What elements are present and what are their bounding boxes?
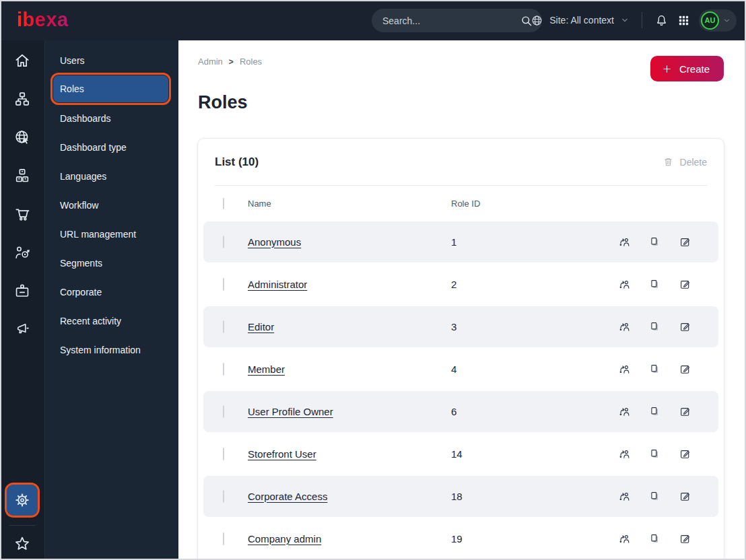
copy-icon[interactable] [648,363,661,376]
role-name-link[interactable]: Company admin [248,533,321,545]
menu-item-dashboard-type[interactable]: Dashboard type [45,133,178,162]
globe-icon [531,14,543,27]
menu-item-users[interactable]: Users [45,46,178,75]
breadcrumb: Admin > Roles [198,57,262,67]
topbar-right: Site: All context AU [531,0,737,40]
breadcrumb-roles[interactable]: Roles [240,57,262,67]
row-checkbox[interactable] [223,532,224,545]
rail-separator [9,525,35,526]
target-user-icon[interactable] [13,243,32,262]
edit-icon[interactable] [679,363,691,376]
row-actions [618,405,691,418]
delete-button[interactable]: Delete [663,156,707,168]
list-card-header: List (10) Delete [215,139,707,186]
menu-item-system-information[interactable]: System information [45,335,178,364]
assign-user-icon[interactable] [618,363,631,376]
table-row: Company admin 19 [198,518,724,560]
row-checkbox[interactable] [223,320,224,333]
row-actions [618,236,691,248]
assign-user-icon[interactable] [618,532,631,545]
copy-icon[interactable] [648,320,661,333]
apps-grid-icon[interactable] [677,14,690,27]
edit-icon[interactable] [679,405,691,418]
menu-item-segments[interactable]: Segments [45,248,178,277]
role-id-value: 1 [451,236,566,248]
edit-icon[interactable] [679,490,691,503]
gear-icon[interactable] [7,485,38,516]
packages-icon[interactable] [13,166,32,185]
home-icon[interactable] [13,51,32,70]
avatar: AU [701,11,719,30]
ibexa-logo[interactable]: ibexa [17,9,69,31]
row-checkbox[interactable] [223,363,224,376]
table-row: Anonymous 1 [198,221,724,263]
assign-user-icon[interactable] [618,278,631,291]
select-all-checkbox[interactable] [223,198,224,209]
row-actions [618,278,691,291]
site-context-label: Site: All context [549,15,614,26]
edit-icon[interactable] [679,236,691,248]
search-input[interactable] [382,15,520,26]
copy-icon[interactable] [648,490,661,503]
copy-icon[interactable] [648,236,661,248]
menu-item-roles[interactable]: Roles [53,75,168,102]
edit-icon[interactable] [679,532,691,545]
row-actions [618,448,691,460]
create-button-label: Create [679,63,710,75]
assign-user-icon[interactable] [618,320,631,333]
role-name-link[interactable]: Administrator [248,279,307,290]
row-checkbox[interactable] [223,448,224,460]
main-content: Admin > Roles Create Roles List (10) Del… [178,40,746,560]
edit-icon[interactable] [679,448,691,460]
role-name-link[interactable]: Corporate Access [248,491,327,502]
copy-icon[interactable] [648,405,661,418]
row-actions [618,490,691,503]
role-name-link[interactable]: Editor [248,321,274,332]
id-badge-icon[interactable] [13,281,32,300]
role-name-link[interactable]: User Profile Owner [248,406,333,417]
site-context-selector[interactable]: Site: All context [531,14,630,27]
assign-user-icon[interactable] [618,236,631,248]
bell-icon[interactable] [654,13,669,28]
role-id-value: 6 [451,406,566,417]
megaphone-icon[interactable] [13,320,32,339]
star-icon[interactable] [12,534,32,554]
row-checkbox[interactable] [223,490,224,503]
row-checkbox[interactable] [223,405,224,418]
row-checkbox[interactable] [223,236,224,248]
admin-menu: Users Roles Dashboards Dashboard type La… [45,40,178,560]
global-search[interactable] [372,9,542,32]
role-name-link[interactable]: Storefront User [248,448,316,460]
row-checkbox[interactable] [223,278,224,291]
table-row: Editor 3 [198,306,724,348]
breadcrumb-admin[interactable]: Admin [198,57,223,67]
assign-user-icon[interactable] [618,490,631,503]
site-globe-icon[interactable] [13,128,32,147]
role-name-link[interactable]: Member [248,363,285,375]
menu-item-corporate[interactable]: Corporate [45,277,178,306]
sitemap-icon[interactable] [13,90,32,108]
table-row: Corporate Access 18 [198,475,724,518]
assign-user-icon[interactable] [618,405,631,418]
edit-icon[interactable] [679,278,691,291]
copy-icon[interactable] [648,278,661,291]
menu-item-recent-activity[interactable]: Recent activity [45,306,178,335]
edit-icon[interactable] [679,320,691,333]
topbar: ibexa Site: All context AU [0,0,746,40]
role-name-link[interactable]: Anonymous [248,236,301,248]
menu-item-workflow[interactable]: Workflow [45,190,178,219]
role-id-value: 3 [451,321,566,332]
create-button[interactable]: Create [650,56,724,81]
menu-item-dashboards[interactable]: Dashboards [45,104,178,133]
assign-user-icon[interactable] [618,448,631,460]
copy-icon[interactable] [648,448,661,460]
column-header-name: Name [234,199,451,209]
user-menu[interactable]: AU [699,9,737,32]
role-id-value: 18 [451,491,566,502]
column-header-role-id: Role ID [451,199,566,209]
menu-item-url-management[interactable]: URL management [45,219,178,248]
copy-icon[interactable] [648,532,661,545]
ibexa-admin-app: ibexa Site: All context AU [0,0,746,560]
menu-item-languages[interactable]: Languages [45,162,178,190]
cart-icon[interactable] [13,205,32,223]
